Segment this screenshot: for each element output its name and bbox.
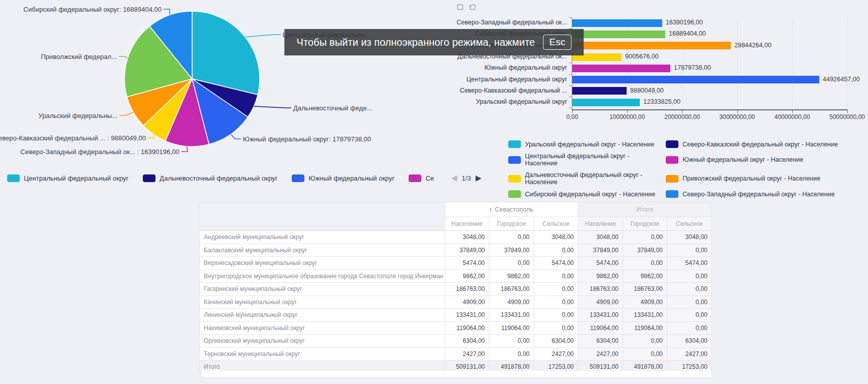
bar[interactable] (572, 65, 670, 72)
value-cell: 0,00 (623, 257, 667, 270)
value-cell: 119064,00 (623, 321, 667, 335)
pie-slice-label: Приволжский федерал... (41, 53, 117, 61)
gridline (572, 28, 847, 29)
value-cell: 9862,00 (578, 270, 623, 283)
value-cell: 9862,00 (623, 270, 667, 283)
value-cell: 133431,00 (445, 309, 489, 322)
legend-swatch (508, 190, 521, 198)
pie-slice-label: Северо-Кавказский федеральный ... : 9880… (0, 134, 146, 142)
x-axis-tick (627, 110, 628, 113)
bar-legend: Уральский федеральный округ - НаселениеС… (508, 140, 838, 198)
table-row: Терновский муниципальный округ2427,000,0… (200, 347, 712, 361)
table-row: Балаклавский муниципальный округ37849,00… (200, 244, 712, 257)
table-row: Внутригородское муниципальное образовани… (200, 270, 712, 283)
bar[interactable] (572, 99, 640, 106)
pie-slice-label: Северо-Западный федеральный ок... : 1639… (20, 148, 179, 156)
bar[interactable] (572, 76, 819, 83)
table-column-header: Население (445, 217, 489, 231)
data-table-panel: г. СевастопольИтогоНаселениеГородскоеСел… (199, 202, 711, 374)
bar[interactable] (572, 42, 731, 49)
value-cell: 0,00 (489, 231, 534, 244)
x-axis-tick (792, 110, 793, 113)
legend-swatch (292, 174, 304, 182)
legend-swatch (7, 174, 20, 182)
x-axis-tick (572, 110, 573, 113)
row-name-cell: Андреевский муниципальный округ (200, 231, 445, 244)
value-cell: 0,00 (623, 347, 667, 361)
bar-legend-item[interactable]: Дальневосточный федеральный округ - Насе… (508, 171, 661, 186)
x-axis-tick (847, 110, 848, 113)
value-cell: 4909,00 (489, 296, 534, 309)
bar-legend-item[interactable]: Северо-Западный федеральный округ - Насе… (666, 190, 838, 198)
pie-callout-line (119, 56, 128, 58)
pie-callout-line (164, 9, 170, 15)
x-axis-tick-label: 20000000,00 (664, 113, 700, 121)
value-cell: 37849,00 (445, 244, 489, 257)
row-name-cell: Орлиновский муниципальный округ (200, 335, 445, 348)
pie-legend-item[interactable]: Центральный федеральный округ (7, 174, 129, 182)
row-name-cell: Качинский муниципальный округ (200, 296, 445, 309)
value-cell: 119064,00 (445, 321, 489, 335)
gridline (572, 17, 847, 18)
pie-slice-label: Уральский федеральны... (39, 112, 117, 120)
bar-legend-item[interactable]: Центральный федеральный округ - Населени… (508, 153, 661, 167)
value-cell: 3048,00 (578, 231, 623, 244)
value-cell: 6304,00 (667, 335, 712, 348)
value-cell: 0,00 (623, 335, 667, 348)
table-row: Качинский муниципальный округ4909,004909… (200, 296, 712, 309)
pie-legend-item[interactable]: Дальневосточный федеральный округ (143, 174, 277, 182)
value-cell: 186763,00 (445, 283, 489, 296)
table-horizontal-scrollbar[interactable] (202, 371, 711, 377)
gridline (572, 51, 847, 52)
gridline (572, 40, 847, 41)
value-cell: 37849,00 (489, 244, 534, 257)
gridline (572, 63, 847, 63)
pie-legend-item[interactable]: Южный федеральный округ (292, 174, 394, 182)
legend-swatch (508, 140, 521, 148)
table-column-header: Городское (489, 217, 534, 231)
bar-legend-item[interactable]: Северо-Кавказский федеральный округ - На… (666, 140, 838, 148)
bar-value-label: 44926457,00 (823, 76, 860, 83)
dashboard: Центральный федеральны...Дальневосточный… (0, 0, 868, 384)
value-cell: 0,00 (534, 309, 578, 322)
legend-swatch (666, 175, 678, 183)
value-cell: 0,00 (489, 335, 534, 348)
value-cell: 119064,00 (489, 321, 534, 335)
toast-message: Чтобы выйти из полноэкранного режима, на… (297, 37, 535, 48)
value-cell: 133431,00 (578, 309, 623, 322)
bar-value-label: 16390196,00 (666, 19, 703, 26)
pie-slice-label: Дальневосточный феде... (293, 104, 373, 112)
table-row: Гагаринский муниципальный округ186763,00… (200, 283, 712, 296)
legend-item-label: Дальневосточный федеральный округ - Насе… (525, 171, 661, 186)
value-cell: 0,00 (667, 321, 712, 335)
x-axis-line (572, 109, 848, 110)
bar-category-label: Северо-Кавказский федеральный ... (435, 87, 567, 94)
bar-category-label: Центральный федеральный округ (435, 76, 567, 83)
x-axis-tick-label: 40000000,00 (774, 113, 810, 121)
value-cell: 4909,00 (623, 296, 667, 309)
bar[interactable] (572, 19, 662, 27)
bar-legend-item[interactable]: Южный федеральный округ - Население (666, 153, 838, 167)
bar-legend-item[interactable]: Сибирский федеральный округ - Население (508, 190, 661, 198)
bar[interactable] (572, 31, 665, 38)
bar-legend-item[interactable]: Приволжский федеральный округ - Населени… (666, 171, 838, 186)
gridline (792, 17, 793, 109)
table-column-header: Городское (623, 217, 667, 231)
bar-legend-item[interactable]: Уральский федеральный округ - Население (508, 140, 661, 148)
pie-callout-line (181, 146, 188, 152)
value-cell: 2427,00 (578, 347, 623, 361)
fullscreen-toast: Чтобы выйти из полноэкранного режима, на… (285, 29, 584, 55)
legend-item-label: Приволжский федеральный округ - Населени… (683, 175, 820, 182)
row-name-cell: Верхнесадовский муниципальный округ (200, 257, 445, 270)
x-axis-tick-label: 10000000,00 (609, 113, 645, 121)
gridline (572, 97, 847, 97)
legend-swatch (508, 175, 521, 183)
table-corner-cell (200, 202, 445, 231)
pie-chart-panel: Центральный федеральны...Дальневосточный… (0, 0, 401, 188)
bar[interactable] (572, 87, 627, 95)
value-cell: 6304,00 (445, 335, 489, 348)
pie-slice-label: Южный федеральный округ: 17879738,00 (243, 135, 371, 143)
value-cell: 0,00 (534, 244, 578, 257)
value-cell: 186763,00 (489, 283, 534, 296)
gridline (847, 17, 848, 109)
